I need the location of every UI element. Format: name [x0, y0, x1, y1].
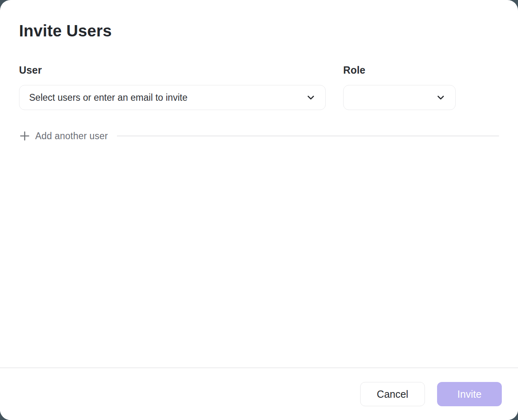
invite-users-modal: Invite Users User Select users or enter …: [0, 0, 518, 420]
user-field-label: User: [19, 64, 326, 76]
add-user-row: Add another user: [19, 128, 499, 144]
plus-icon: [19, 130, 30, 142]
page-title: Invite Users: [19, 22, 499, 40]
horizontal-divider: [117, 136, 499, 136]
role-select[interactable]: [343, 85, 456, 110]
role-field-label: Role: [343, 64, 456, 76]
chevron-down-icon: [306, 93, 316, 102]
add-another-user-button[interactable]: Add another user: [19, 128, 108, 144]
add-another-user-label: Add another user: [35, 131, 108, 142]
role-field-group: Role: [343, 64, 456, 110]
invite-form-row: User Select users or enter an email to i…: [19, 64, 499, 110]
modal-footer: Cancel Invite: [0, 367, 518, 420]
user-select-value: Select users or enter an email to invite: [29, 92, 306, 103]
user-select[interactable]: Select users or enter an email to invite: [19, 85, 326, 110]
user-field-group: User Select users or enter an email to i…: [19, 64, 326, 110]
invite-button[interactable]: Invite: [437, 382, 502, 406]
modal-content: Invite Users User Select users or enter …: [0, 0, 518, 367]
chevron-down-icon: [436, 93, 446, 102]
cancel-button[interactable]: Cancel: [360, 382, 425, 406]
